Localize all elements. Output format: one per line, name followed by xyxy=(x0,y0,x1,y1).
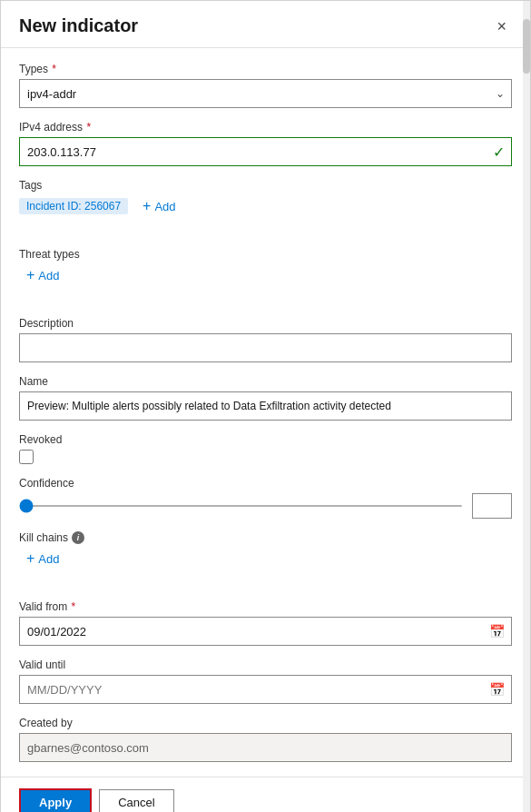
kill-chains-label: Kill chains xyxy=(19,531,68,544)
valid-from-input-wrapper: 📅 xyxy=(19,617,512,646)
spacer-3 xyxy=(19,582,512,588)
spacer-2 xyxy=(19,299,512,304)
confidence-field-group: Confidence xyxy=(19,477,512,519)
valid-until-input[interactable] xyxy=(19,675,512,704)
kill-chains-add-row: + Add xyxy=(19,548,512,569)
ipv4-input[interactable] xyxy=(19,137,512,166)
types-select[interactable]: ipv4-addr xyxy=(19,79,512,108)
confidence-label: Confidence xyxy=(19,477,512,490)
tags-label: Tags xyxy=(19,179,512,192)
description-label: Description xyxy=(19,317,512,330)
plus-icon: + xyxy=(143,198,151,214)
tags-add-button[interactable]: + Add xyxy=(135,195,182,217)
plus-icon-killchains: + xyxy=(26,550,34,567)
threat-types-add-row: + Add xyxy=(19,264,512,286)
created-by-field-group: Created by xyxy=(19,717,512,762)
tag-chip: Incident ID: 256067 xyxy=(19,198,128,214)
ipv4-label: IPv4 address * xyxy=(19,121,512,134)
tags-field-group: Tags Incident ID: 256067 + Add xyxy=(19,179,512,217)
valid-from-label: Valid from * xyxy=(19,600,512,613)
valid-until-input-wrapper: 📅 xyxy=(19,675,512,704)
scrollbar-thumb[interactable] xyxy=(523,19,530,74)
dialog-footer: Apply Cancel xyxy=(1,777,530,812)
spacer-1 xyxy=(19,230,512,235)
dialog-header: New indicator × xyxy=(1,1,530,48)
threat-types-field-group: Threat types + Add xyxy=(19,248,512,286)
apply-button[interactable]: Apply xyxy=(19,788,92,812)
revoked-checkbox[interactable] xyxy=(19,450,34,464)
name-input[interactable] xyxy=(19,391,512,421)
dialog-body: Types * ipv4-addr ⌄ IPv4 address * ✓ Tag… xyxy=(1,48,530,777)
types-label: Types * xyxy=(19,63,512,75)
kill-chains-label-row: Kill chains i xyxy=(19,531,512,544)
close-button[interactable]: × xyxy=(491,16,512,36)
created-by-input xyxy=(19,733,512,762)
name-label: Name xyxy=(19,375,512,388)
info-icon: i xyxy=(72,531,84,544)
types-select-wrapper: ipv4-addr ⌄ xyxy=(19,79,512,108)
description-field-group: Description xyxy=(19,317,512,362)
confidence-row xyxy=(19,493,512,519)
valid-from-field-group: Valid from * 📅 xyxy=(19,600,512,646)
new-indicator-dialog: New indicator × Types * ipv4-addr ⌄ IPv4… xyxy=(0,0,531,812)
description-input[interactable] xyxy=(19,333,512,362)
name-field-group: Name xyxy=(19,375,512,421)
kill-chains-add-button[interactable]: + Add xyxy=(19,548,66,569)
cancel-button[interactable]: Cancel xyxy=(99,789,173,812)
valid-until-label: Valid until xyxy=(19,659,512,671)
revoked-field-group: Revoked xyxy=(19,433,512,464)
plus-icon-threat: + xyxy=(26,267,34,283)
types-field-group: Types * ipv4-addr ⌄ xyxy=(19,63,512,108)
ipv4-field-group: IPv4 address * ✓ xyxy=(19,121,512,166)
created-by-label: Created by xyxy=(19,717,512,729)
threat-types-add-button[interactable]: + Add xyxy=(19,264,66,286)
tags-row: Incident ID: 256067 + Add xyxy=(19,195,512,217)
scrollbar-track[interactable] xyxy=(523,1,530,812)
threat-types-label: Threat types xyxy=(19,248,512,261)
ipv4-input-wrapper: ✓ xyxy=(19,137,512,166)
kill-chains-field-group: Kill chains i + Add xyxy=(19,531,512,569)
valid-from-input[interactable] xyxy=(19,617,512,646)
confidence-slider[interactable] xyxy=(19,505,463,507)
valid-until-field-group: Valid until 📅 xyxy=(19,659,512,704)
dialog-title: New indicator xyxy=(19,15,138,36)
revoked-label: Revoked xyxy=(19,433,512,446)
confidence-value-input[interactable] xyxy=(472,493,512,519)
